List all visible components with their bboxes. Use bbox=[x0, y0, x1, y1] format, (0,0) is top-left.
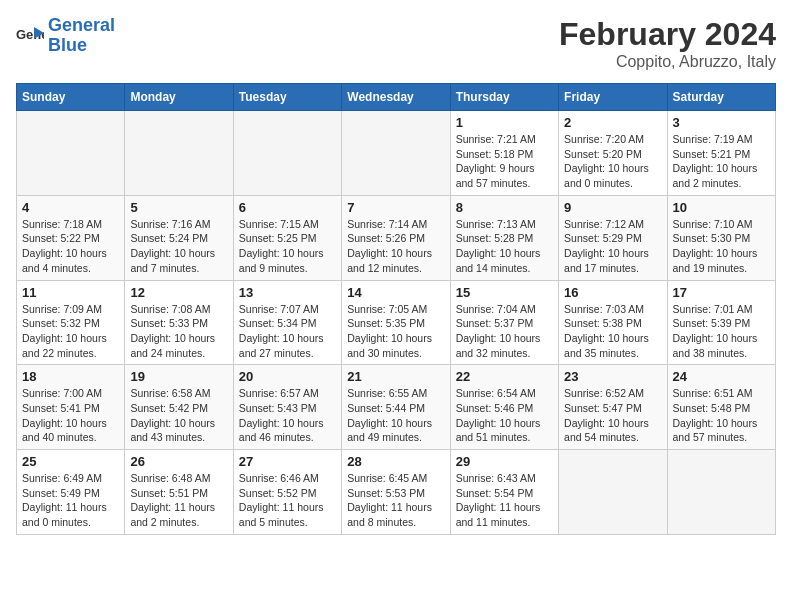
day-number: 25 bbox=[22, 454, 119, 469]
calendar-cell: 23Sunrise: 6:52 AMSunset: 5:47 PMDayligh… bbox=[559, 365, 667, 450]
day-number: 6 bbox=[239, 200, 336, 215]
calendar-cell: 27Sunrise: 6:46 AMSunset: 5:52 PMDayligh… bbox=[233, 450, 341, 535]
day-info: Sunrise: 6:43 AMSunset: 5:54 PMDaylight:… bbox=[456, 471, 553, 530]
calendar-cell: 2Sunrise: 7:20 AMSunset: 5:20 PMDaylight… bbox=[559, 111, 667, 196]
day-number: 14 bbox=[347, 285, 444, 300]
calendar-week-row: 4Sunrise: 7:18 AMSunset: 5:22 PMDaylight… bbox=[17, 195, 776, 280]
day-number: 15 bbox=[456, 285, 553, 300]
weekday-header: Tuesday bbox=[233, 84, 341, 111]
title-block: February 2024 Coppito, Abruzzo, Italy bbox=[559, 16, 776, 71]
day-number: 16 bbox=[564, 285, 661, 300]
day-info: Sunrise: 6:55 AMSunset: 5:44 PMDaylight:… bbox=[347, 386, 444, 445]
day-number: 5 bbox=[130, 200, 227, 215]
day-number: 28 bbox=[347, 454, 444, 469]
calendar-cell: 16Sunrise: 7:03 AMSunset: 5:38 PMDayligh… bbox=[559, 280, 667, 365]
day-number: 8 bbox=[456, 200, 553, 215]
calendar-cell bbox=[342, 111, 450, 196]
day-info: Sunrise: 7:08 AMSunset: 5:33 PMDaylight:… bbox=[130, 302, 227, 361]
calendar-cell bbox=[17, 111, 125, 196]
calendar-cell: 14Sunrise: 7:05 AMSunset: 5:35 PMDayligh… bbox=[342, 280, 450, 365]
day-info: Sunrise: 6:49 AMSunset: 5:49 PMDaylight:… bbox=[22, 471, 119, 530]
calendar-cell: 20Sunrise: 6:57 AMSunset: 5:43 PMDayligh… bbox=[233, 365, 341, 450]
logo-text: General Blue bbox=[48, 16, 115, 56]
day-info: Sunrise: 7:09 AMSunset: 5:32 PMDaylight:… bbox=[22, 302, 119, 361]
day-number: 2 bbox=[564, 115, 661, 130]
calendar-cell: 26Sunrise: 6:48 AMSunset: 5:51 PMDayligh… bbox=[125, 450, 233, 535]
day-info: Sunrise: 6:45 AMSunset: 5:53 PMDaylight:… bbox=[347, 471, 444, 530]
calendar-cell bbox=[125, 111, 233, 196]
day-number: 24 bbox=[673, 369, 770, 384]
weekday-header: Friday bbox=[559, 84, 667, 111]
calendar-cell: 17Sunrise: 7:01 AMSunset: 5:39 PMDayligh… bbox=[667, 280, 775, 365]
calendar-cell: 18Sunrise: 7:00 AMSunset: 5:41 PMDayligh… bbox=[17, 365, 125, 450]
calendar-header-row: SundayMondayTuesdayWednesdayThursdayFrid… bbox=[17, 84, 776, 111]
day-number: 21 bbox=[347, 369, 444, 384]
calendar-cell: 5Sunrise: 7:16 AMSunset: 5:24 PMDaylight… bbox=[125, 195, 233, 280]
calendar-cell: 3Sunrise: 7:19 AMSunset: 5:21 PMDaylight… bbox=[667, 111, 775, 196]
day-info: Sunrise: 7:18 AMSunset: 5:22 PMDaylight:… bbox=[22, 217, 119, 276]
day-info: Sunrise: 7:05 AMSunset: 5:35 PMDaylight:… bbox=[347, 302, 444, 361]
calendar-cell: 29Sunrise: 6:43 AMSunset: 5:54 PMDayligh… bbox=[450, 450, 558, 535]
day-number: 20 bbox=[239, 369, 336, 384]
day-info: Sunrise: 7:19 AMSunset: 5:21 PMDaylight:… bbox=[673, 132, 770, 191]
calendar-table: SundayMondayTuesdayWednesdayThursdayFrid… bbox=[16, 83, 776, 535]
calendar-cell: 19Sunrise: 6:58 AMSunset: 5:42 PMDayligh… bbox=[125, 365, 233, 450]
calendar-cell: 15Sunrise: 7:04 AMSunset: 5:37 PMDayligh… bbox=[450, 280, 558, 365]
calendar-body: 1Sunrise: 7:21 AMSunset: 5:18 PMDaylight… bbox=[17, 111, 776, 535]
day-info: Sunrise: 7:14 AMSunset: 5:26 PMDaylight:… bbox=[347, 217, 444, 276]
logo-icon: General bbox=[16, 25, 44, 47]
day-info: Sunrise: 6:52 AMSunset: 5:47 PMDaylight:… bbox=[564, 386, 661, 445]
day-info: Sunrise: 6:51 AMSunset: 5:48 PMDaylight:… bbox=[673, 386, 770, 445]
day-info: Sunrise: 7:21 AMSunset: 5:18 PMDaylight:… bbox=[456, 132, 553, 191]
calendar-cell: 10Sunrise: 7:10 AMSunset: 5:30 PMDayligh… bbox=[667, 195, 775, 280]
day-info: Sunrise: 6:54 AMSunset: 5:46 PMDaylight:… bbox=[456, 386, 553, 445]
calendar-cell: 8Sunrise: 7:13 AMSunset: 5:28 PMDaylight… bbox=[450, 195, 558, 280]
day-number: 7 bbox=[347, 200, 444, 215]
page-header: General General Blue February 2024 Coppi… bbox=[16, 16, 776, 71]
day-number: 19 bbox=[130, 369, 227, 384]
day-info: Sunrise: 6:48 AMSunset: 5:51 PMDaylight:… bbox=[130, 471, 227, 530]
calendar-week-row: 11Sunrise: 7:09 AMSunset: 5:32 PMDayligh… bbox=[17, 280, 776, 365]
logo: General General Blue bbox=[16, 16, 115, 56]
calendar-cell: 4Sunrise: 7:18 AMSunset: 5:22 PMDaylight… bbox=[17, 195, 125, 280]
calendar-week-row: 18Sunrise: 7:00 AMSunset: 5:41 PMDayligh… bbox=[17, 365, 776, 450]
weekday-header: Wednesday bbox=[342, 84, 450, 111]
day-info: Sunrise: 7:12 AMSunset: 5:29 PMDaylight:… bbox=[564, 217, 661, 276]
day-info: Sunrise: 7:20 AMSunset: 5:20 PMDaylight:… bbox=[564, 132, 661, 191]
day-number: 18 bbox=[22, 369, 119, 384]
calendar-cell: 21Sunrise: 6:55 AMSunset: 5:44 PMDayligh… bbox=[342, 365, 450, 450]
calendar-cell: 6Sunrise: 7:15 AMSunset: 5:25 PMDaylight… bbox=[233, 195, 341, 280]
day-info: Sunrise: 7:03 AMSunset: 5:38 PMDaylight:… bbox=[564, 302, 661, 361]
day-number: 10 bbox=[673, 200, 770, 215]
day-info: Sunrise: 7:07 AMSunset: 5:34 PMDaylight:… bbox=[239, 302, 336, 361]
calendar-cell bbox=[233, 111, 341, 196]
calendar-cell: 11Sunrise: 7:09 AMSunset: 5:32 PMDayligh… bbox=[17, 280, 125, 365]
day-info: Sunrise: 7:01 AMSunset: 5:39 PMDaylight:… bbox=[673, 302, 770, 361]
calendar-cell: 7Sunrise: 7:14 AMSunset: 5:26 PMDaylight… bbox=[342, 195, 450, 280]
day-info: Sunrise: 7:04 AMSunset: 5:37 PMDaylight:… bbox=[456, 302, 553, 361]
day-number: 26 bbox=[130, 454, 227, 469]
weekday-header: Saturday bbox=[667, 84, 775, 111]
calendar-cell bbox=[667, 450, 775, 535]
day-number: 27 bbox=[239, 454, 336, 469]
calendar-week-row: 25Sunrise: 6:49 AMSunset: 5:49 PMDayligh… bbox=[17, 450, 776, 535]
weekday-header: Thursday bbox=[450, 84, 558, 111]
page-title: February 2024 bbox=[559, 16, 776, 53]
calendar-week-row: 1Sunrise: 7:21 AMSunset: 5:18 PMDaylight… bbox=[17, 111, 776, 196]
day-number: 29 bbox=[456, 454, 553, 469]
calendar-cell: 22Sunrise: 6:54 AMSunset: 5:46 PMDayligh… bbox=[450, 365, 558, 450]
calendar-cell bbox=[559, 450, 667, 535]
day-number: 1 bbox=[456, 115, 553, 130]
calendar-cell: 25Sunrise: 6:49 AMSunset: 5:49 PMDayligh… bbox=[17, 450, 125, 535]
day-number: 13 bbox=[239, 285, 336, 300]
day-number: 11 bbox=[22, 285, 119, 300]
weekday-header: Monday bbox=[125, 84, 233, 111]
day-info: Sunrise: 7:13 AMSunset: 5:28 PMDaylight:… bbox=[456, 217, 553, 276]
day-number: 23 bbox=[564, 369, 661, 384]
day-number: 9 bbox=[564, 200, 661, 215]
calendar-cell: 12Sunrise: 7:08 AMSunset: 5:33 PMDayligh… bbox=[125, 280, 233, 365]
day-info: Sunrise: 7:15 AMSunset: 5:25 PMDaylight:… bbox=[239, 217, 336, 276]
page-subtitle: Coppito, Abruzzo, Italy bbox=[559, 53, 776, 71]
weekday-header: Sunday bbox=[17, 84, 125, 111]
day-info: Sunrise: 6:46 AMSunset: 5:52 PMDaylight:… bbox=[239, 471, 336, 530]
